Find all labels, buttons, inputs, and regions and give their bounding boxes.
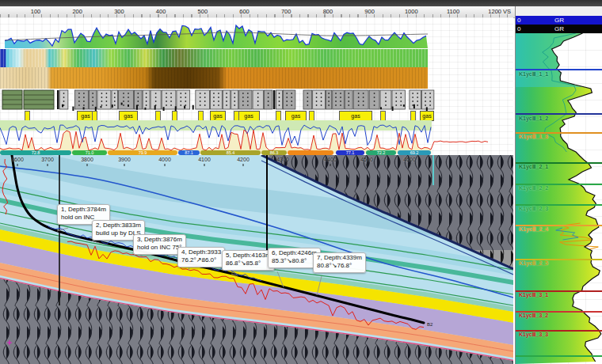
depth-tick bbox=[124, 164, 125, 166]
top-toolbar bbox=[0, 0, 602, 6]
gr-header-blue: 0 GR bbox=[516, 16, 602, 25]
depth-tick-label: 4300 bbox=[276, 157, 289, 162]
horizon-line bbox=[516, 69, 602, 70]
ruler-value: 1200 bbox=[488, 8, 501, 15]
horizon-label[interactable]: K1ycⅢ_1_1 bbox=[519, 71, 548, 78]
depth-tick bbox=[243, 164, 244, 166]
depth-tick-label: 3800 bbox=[81, 157, 93, 162]
ruler-value: 800 bbox=[323, 8, 333, 15]
ruler-value: 300 bbox=[114, 8, 124, 15]
depth-tick bbox=[204, 164, 205, 166]
band-stripe-texture bbox=[0, 67, 428, 89]
trajectory-annotation[interactable]: 5, Depth:4163m86.8°↘85.8° bbox=[222, 250, 275, 271]
ruler-value: 600 bbox=[239, 8, 250, 15]
depth-tick-label: 4500 bbox=[360, 157, 373, 162]
gr-header-black: 0 GR bbox=[516, 25, 602, 33]
ruler-value: 700 bbox=[281, 8, 291, 15]
depth-tick bbox=[330, 164, 331, 166]
depth-tick-label: 4200 bbox=[237, 157, 250, 162]
horizon-label[interactable]: K1ycⅢ_2_4 bbox=[519, 226, 548, 233]
ruler-value: 900 bbox=[364, 8, 375, 15]
depth-tick-label: 3700 bbox=[41, 157, 54, 162]
log-tracks-panel[interactable]: gasgasgasgasgasgasgas 72.871.079.987.185… bbox=[0, 17, 513, 155]
gr-track-title: GR bbox=[516, 16, 602, 25]
depth-tick bbox=[367, 164, 368, 166]
horizon-label[interactable]: K1ycⅢ_2_3 bbox=[519, 206, 548, 212]
lithology-track bbox=[0, 89, 513, 111]
depth-tick bbox=[410, 164, 410, 166]
ruler-value: 1100 bbox=[447, 8, 459, 15]
gr-track-title: GR bbox=[516, 25, 602, 33]
ruler-value: 400 bbox=[156, 8, 166, 15]
gr-fill-curve-track bbox=[0, 24, 513, 49]
horizon-label[interactable]: K1ycⅢ_3_1 bbox=[519, 292, 548, 298]
ruler-value: 100 bbox=[31, 8, 41, 15]
ruler-value: 1000 bbox=[405, 8, 418, 15]
trajectory-annotation[interactable]: 7, Depth:4339m80.8°↘76.8° bbox=[313, 252, 366, 273]
ruler-value: 500 bbox=[198, 8, 208, 15]
horizon-label[interactable]: K1ycⅢ_2_2 bbox=[519, 185, 548, 191]
gr-log-area[interactable]: K1ycⅢ_1_1K1ycⅢ_1_2K1ycⅢ_1_3K1ycⅢ_2_1K1yc… bbox=[516, 33, 602, 364]
depth-tick-label: 4000 bbox=[158, 157, 171, 162]
gas-show-row: gasgasgasgasgasgasgas bbox=[0, 111, 513, 120]
horizon-label[interactable]: K1ycⅢ_1_3 bbox=[519, 134, 548, 140]
depth-tick-label: 3900 bbox=[118, 157, 131, 162]
depth-tick bbox=[165, 164, 166, 166]
depth-tick bbox=[17, 164, 18, 166]
horizon-label[interactable]: K1ycⅢ_3_3 bbox=[519, 332, 548, 338]
ruler-unit-vs: VS bbox=[503, 8, 511, 15]
horizon-label[interactable]: K1ycⅢ_3_2 bbox=[519, 313, 548, 319]
horizon-line bbox=[516, 113, 602, 115]
ruler-value: 200 bbox=[72, 8, 82, 15]
horizon-label[interactable]: K1ycⅢ_2_5 bbox=[519, 260, 548, 267]
horizon-label[interactable]: K1ycⅢ_1_2 bbox=[519, 116, 548, 122]
depth-tick-label: 4100 bbox=[198, 157, 211, 162]
depth-tick-label: 3600 bbox=[11, 157, 24, 162]
vs-ruler: 100200300400500600700800900100011001200V… bbox=[0, 6, 602, 18]
seismic-section[interactable]: B2 3500360037003800390040004100420043004… bbox=[0, 155, 513, 364]
depth-tick-label: 4400 bbox=[324, 157, 337, 162]
geosteering-app: 100200300400500600700800900100011001200V… bbox=[0, 0, 602, 364]
svg-text:B2: B2 bbox=[427, 322, 433, 327]
trajectory-annotation[interactable]: 4, Depth:393376.2°↗86.0° bbox=[177, 247, 225, 267]
band-stripe-texture bbox=[0, 49, 428, 67]
gr-correlation-panel[interactable]: 0 GR 0 GR K1ycⅢ_1_1K1ycⅢ_1_2K1ycⅢ_1_3K1y… bbox=[515, 6, 602, 364]
depth-tick-label: 4600 bbox=[403, 157, 416, 162]
depth-tick bbox=[48, 164, 48, 166]
depth-tick bbox=[87, 164, 88, 166]
horizon-label[interactable]: K1ycⅢ_2_1 bbox=[519, 164, 548, 170]
depth-tick bbox=[283, 164, 284, 166]
horizon-line bbox=[516, 355, 602, 357]
